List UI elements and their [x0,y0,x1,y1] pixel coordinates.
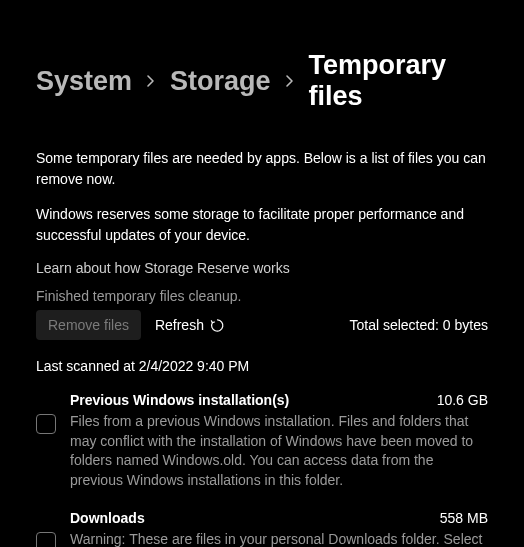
checkbox-downloads[interactable] [36,532,56,547]
refresh-button[interactable]: Refresh [155,317,225,333]
breadcrumb-current: Temporary files [309,50,488,112]
last-scan-time: Last scanned at 2/4/2022 9:40 PM [36,358,488,374]
chevron-right-icon [285,74,295,88]
breadcrumb-storage[interactable]: Storage [170,66,271,97]
item-size: 558 MB [440,510,488,526]
total-selected: Total selected: 0 bytes [349,317,488,333]
item-title: Downloads [70,510,145,526]
breadcrumb: System Storage Temporary files [36,50,488,112]
item-size: 10.6 GB [437,392,488,408]
list-item: Downloads 558 MB Warning: These are file… [36,510,488,547]
list-item: Previous Windows installation(s) 10.6 GB… [36,392,488,490]
intro-text-1: Some temporary files are needed by apps.… [36,148,488,190]
breadcrumb-system[interactable]: System [36,66,132,97]
refresh-label: Refresh [155,317,204,333]
learn-link[interactable]: Learn about how Storage Reserve works [36,260,290,276]
cleanup-status: Finished temporary files cleanup. [36,288,488,304]
refresh-icon [210,318,225,333]
item-description: Files from a previous Windows installati… [70,412,488,490]
checkbox-previous-windows[interactable] [36,414,56,434]
action-row: Remove files Refresh Total selected: 0 b… [36,310,488,340]
chevron-right-icon [146,74,156,88]
intro-text-2: Windows reserves some storage to facilit… [36,204,488,246]
remove-files-button[interactable]: Remove files [36,310,141,340]
item-description: Warning: These are files in your persona… [70,530,488,547]
item-title: Previous Windows installation(s) [70,392,289,408]
